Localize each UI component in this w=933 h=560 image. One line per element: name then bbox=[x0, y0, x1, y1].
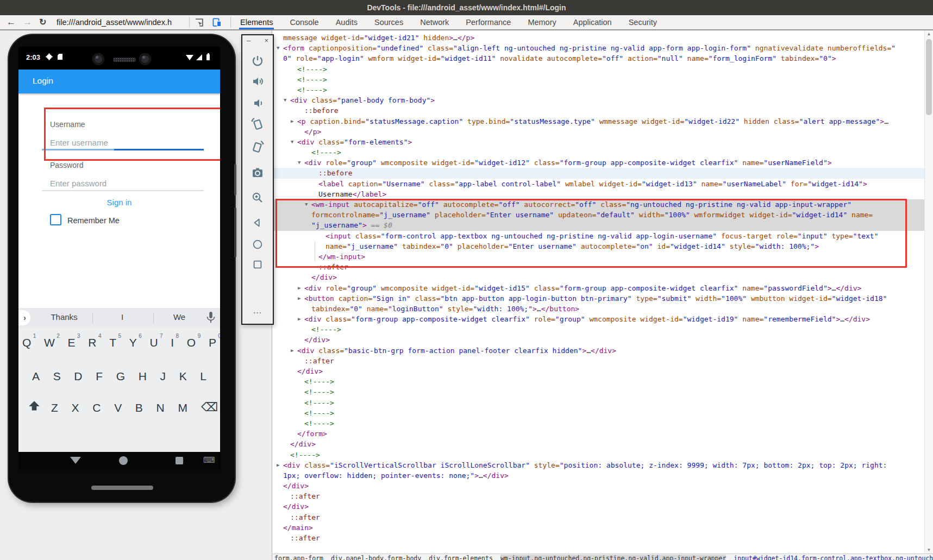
key-h[interactable]: H bbox=[139, 370, 147, 383]
dom-tree-line[interactable]: ▶<button caption="Sign in" class="btn ap… bbox=[272, 293, 925, 304]
tab-performance[interactable]: Performance bbox=[465, 15, 512, 29]
expand-arrow-icon[interactable]: ▶ bbox=[291, 116, 297, 127]
key-x[interactable]: X bbox=[72, 401, 79, 414]
dom-tree-line[interactable]: ▶<div class="form-group app-composite-wi… bbox=[272, 314, 925, 324]
key-p[interactable]: P0 bbox=[209, 336, 216, 349]
dom-tree-line[interactable]: <!----> bbox=[272, 147, 925, 158]
key-a[interactable]: A bbox=[32, 370, 40, 383]
key-i[interactable]: I8 bbox=[171, 336, 174, 349]
key-s[interactable]: S bbox=[53, 370, 61, 383]
volume-down-icon[interactable] bbox=[251, 97, 264, 112]
dom-tree-line[interactable]: </main> bbox=[272, 523, 925, 533]
reload-button[interactable]: ↻ bbox=[39, 15, 46, 29]
key-r[interactable]: R4 bbox=[88, 336, 96, 349]
inspect-element-icon[interactable] bbox=[194, 17, 204, 30]
dom-tree-line[interactable]: ::before bbox=[272, 168, 925, 178]
key-w[interactable]: W2 bbox=[44, 336, 55, 349]
breadcrumb-item[interactable]: input#widget-id14.form-control.app-textb… bbox=[734, 555, 933, 560]
tab-network[interactable]: Network bbox=[419, 15, 450, 29]
breadcrumb-item[interactable]: div.form-elements bbox=[429, 555, 493, 560]
tab-sources[interactable]: Sources bbox=[373, 15, 404, 29]
dom-tree-line[interactable]: ▼<form captionposition="undefined" class… bbox=[272, 43, 925, 53]
dom-tree-line[interactable]: Username</label> bbox=[272, 189, 925, 199]
dom-tree-line[interactable]: <!----> bbox=[272, 387, 925, 397]
dom-tree-line[interactable]: ::after bbox=[272, 533, 925, 543]
key-v[interactable]: V bbox=[114, 401, 122, 414]
key-g[interactable]: G bbox=[116, 370, 125, 383]
dom-tree-line[interactable]: </div> bbox=[272, 439, 925, 449]
breadcrumb-item[interactable]: div.panel-body.form-body bbox=[331, 555, 421, 560]
breadcrumb-item[interactable]: wm-input.ng-untouched.ng-pristine.ng-val… bbox=[500, 555, 726, 560]
tab-console[interactable]: Console bbox=[289, 15, 320, 29]
dom-tree-line[interactable]: <!----> bbox=[272, 74, 925, 85]
expand-arrow-icon[interactable]: ▶ bbox=[298, 293, 304, 304]
dom-tree-line[interactable]: </p> bbox=[272, 127, 925, 137]
dom-tree-line[interactable]: </div> bbox=[272, 335, 925, 345]
suggestion-chip[interactable]: I bbox=[121, 312, 123, 322]
tab-elements[interactable]: Elements bbox=[239, 15, 274, 29]
suggestion-chip[interactable]: We bbox=[173, 312, 185, 322]
scrollbar[interactable]: ▲ ▼ bbox=[924, 30, 933, 554]
tab-security[interactable]: Security bbox=[628, 15, 658, 29]
dom-tree-line[interactable]: ::after bbox=[272, 512, 925, 523]
dom-tree-line[interactable]: 0" role="app-login" wmform widget-id="wi… bbox=[272, 53, 925, 64]
key-t[interactable]: T5 bbox=[109, 336, 116, 349]
sign-in-button[interactable]: Sign in bbox=[18, 198, 220, 207]
scrollbar-thumb[interactable] bbox=[926, 39, 932, 115]
dom-tree-line[interactable]: ::after bbox=[272, 356, 925, 366]
collapse-arrow-icon[interactable]: ▼ bbox=[291, 137, 297, 147]
dom-tree-line[interactable]: <!----> bbox=[272, 64, 925, 74]
collapse-arrow-icon[interactable]: ▼ bbox=[298, 158, 304, 168]
dom-tree-line[interactable]: tabindex="0" name="loginButton" style="w… bbox=[272, 304, 925, 314]
key-m[interactable]: M bbox=[178, 401, 187, 414]
volume-up-icon[interactable] bbox=[251, 75, 264, 90]
dom-tree-line[interactable]: </div> bbox=[272, 366, 925, 376]
home-icon[interactable] bbox=[252, 238, 264, 253]
key-b[interactable]: B bbox=[135, 401, 143, 414]
nav-back-icon[interactable] bbox=[70, 457, 81, 464]
dom-tree-line[interactable]: <!----> bbox=[272, 408, 925, 418]
power-icon[interactable] bbox=[251, 54, 264, 70]
forward-button[interactable]: → bbox=[23, 15, 32, 29]
screenshot-icon[interactable] bbox=[251, 166, 264, 181]
dom-tree-line[interactable]: <!----> bbox=[272, 398, 925, 408]
dom-tree-line[interactable]: ▶<div role="group" wmcomposite widget-id… bbox=[272, 283, 925, 293]
dom-tree-line[interactable]: ▼<div class="form-elements"> bbox=[272, 137, 925, 147]
key-l[interactable]: L bbox=[200, 370, 206, 383]
dom-tree-line[interactable]: ::before bbox=[272, 105, 925, 116]
dom-tree-line[interactable]: <!----> bbox=[272, 376, 925, 387]
remember-me-checkbox[interactable] bbox=[50, 214, 61, 225]
dom-tree-line[interactable]: </form> bbox=[272, 429, 925, 439]
dom-tree-line[interactable]: ▼<div role="group" wmcomposite widget-id… bbox=[272, 158, 925, 168]
tab-audits[interactable]: Audits bbox=[335, 15, 359, 29]
device-toolbar-icon[interactable] bbox=[212, 17, 222, 30]
dom-tree-line[interactable]: ▶<p caption.bind="statusMessage.caption"… bbox=[272, 116, 925, 127]
dom-tree-line[interactable]: <label caption="Username" class="app-lab… bbox=[272, 179, 925, 189]
suggestion-chip[interactable]: Thanks bbox=[51, 312, 77, 322]
key-d[interactable]: D bbox=[74, 370, 82, 383]
dom-tree-line[interactable]: 1px; overflow: hidden; pointer-events: n… bbox=[272, 470, 925, 481]
rotate-left-icon[interactable] bbox=[251, 117, 265, 133]
dom-tree-line[interactable]: </div> bbox=[272, 501, 925, 512]
chevron-right-icon[interactable]: › bbox=[18, 310, 30, 325]
password-input[interactable]: Enter password bbox=[50, 179, 107, 188]
key-y[interactable]: Y6 bbox=[129, 336, 137, 349]
tab-memory[interactable]: Memory bbox=[527, 15, 557, 29]
backspace-key[interactable]: ⌫ bbox=[201, 400, 218, 414]
key-u[interactable]: U7 bbox=[149, 336, 158, 349]
dom-tree-line[interactable]: mmessage widget-id="widget-id21" hidden>… bbox=[272, 33, 925, 43]
dom-tree-line[interactable]: <!----> bbox=[272, 450, 925, 460]
key-j[interactable]: J bbox=[160, 370, 166, 383]
dom-tree-line[interactable]: ▶<div class="iScrollVerticalScrollbar iS… bbox=[272, 460, 925, 470]
back-button[interactable]: ← bbox=[7, 15, 16, 29]
expand-arrow-icon[interactable]: ▶ bbox=[291, 345, 297, 356]
dom-tree-line[interactable]: <!----> bbox=[272, 324, 925, 335]
close-button[interactable]: × bbox=[264, 36, 268, 45]
key-f[interactable]: F bbox=[96, 370, 103, 383]
dom-tree-line[interactable]: <!----> bbox=[272, 85, 925, 95]
shift-key[interactable] bbox=[27, 399, 41, 416]
key-q[interactable]: Q1 bbox=[22, 336, 31, 349]
key-o[interactable]: O9 bbox=[187, 336, 196, 349]
more-icon[interactable]: ⋯ bbox=[253, 307, 262, 318]
dom-tree-line[interactable]: ::after bbox=[272, 491, 925, 501]
